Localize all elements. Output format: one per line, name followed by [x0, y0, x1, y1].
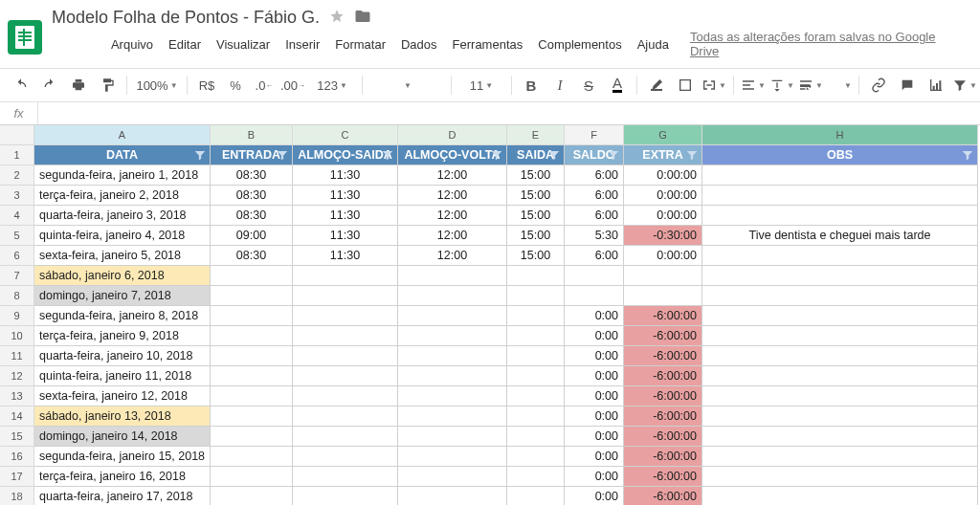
cell-obs[interactable]	[702, 427, 978, 447]
cell-data[interactable]: quarta-feira, janeiro 10, 2018	[34, 346, 211, 366]
doc-title[interactable]: Modelo Folha de Pontos - Fábio G.	[52, 8, 320, 28]
cell-saida[interactable]	[507, 467, 565, 487]
menu-addons[interactable]: Complementos	[532, 35, 627, 54]
filter-icon[interactable]	[685, 148, 699, 162]
cell-extra[interactable]: -6:00:00	[624, 346, 702, 366]
cell-obs[interactable]	[702, 406, 978, 427]
cell-extra[interactable]: 0:00:00	[624, 206, 702, 226]
cell-saldo[interactable]: 0:00	[565, 386, 624, 406]
cell-saldo[interactable]: 6:00	[565, 206, 624, 226]
cell-obs[interactable]	[702, 386, 978, 406]
cell-data[interactable]: quarta-feira, janeiro 3, 2018	[34, 206, 211, 226]
cell-data[interactable]: domingo, janeiro 14, 2018	[34, 427, 211, 447]
row-number[interactable]: 7	[0, 266, 34, 286]
textcolor-button[interactable]: A	[604, 72, 631, 99]
filter-icon[interactable]	[547, 148, 561, 162]
th-data[interactable]: DATA	[34, 145, 211, 165]
paintformat-icon[interactable]	[94, 72, 121, 99]
cell-saldo[interactable]: 6:00	[565, 165, 624, 186]
col-header-g[interactable]: G	[624, 125, 702, 145]
menu-data[interactable]: Dados	[395, 35, 443, 54]
cell-almoco-volta[interactable]: 12:00	[398, 226, 507, 246]
link-icon[interactable]	[865, 72, 892, 99]
col-header-h[interactable]: H	[702, 125, 978, 145]
cell-obs[interactable]	[702, 206, 978, 226]
cell-almoco-volta[interactable]	[398, 386, 507, 406]
cell-saida[interactable]	[507, 366, 565, 386]
cell-data[interactable]: sexta-feira, janeiro 5, 2018	[34, 246, 211, 266]
cell-obs[interactable]	[702, 467, 978, 487]
redo-icon[interactable]	[36, 72, 63, 99]
cell-obs[interactable]	[702, 366, 978, 386]
row-number[interactable]: 16	[0, 447, 34, 467]
cell-entrada[interactable]: 08:30	[211, 246, 293, 266]
comment-icon[interactable]	[894, 72, 921, 99]
cell-saldo[interactable]: 0:00	[565, 467, 624, 487]
cell-obs[interactable]	[702, 286, 978, 306]
cell-saida[interactable]	[507, 306, 565, 326]
cell-saida[interactable]: 15:00	[507, 226, 565, 246]
cell-almoco-saida[interactable]: 11:30	[293, 246, 398, 266]
cell-data[interactable]: domingo, janeiro 7, 2018	[34, 286, 211, 306]
bold-button[interactable]: B	[518, 72, 545, 99]
cell-extra[interactable]: -6:00:00	[624, 366, 702, 386]
cell-saida[interactable]	[507, 346, 565, 366]
undo-icon[interactable]	[8, 72, 34, 99]
cell-saida[interactable]	[507, 427, 565, 447]
col-header-a[interactable]: A	[34, 125, 211, 145]
cell-data[interactable]: terça-feira, janeiro 2, 2018	[34, 186, 211, 206]
decrease-decimal-button[interactable]: .0←	[251, 72, 278, 99]
row-number[interactable]: 18	[0, 487, 34, 505]
th-saldo[interactable]: SALDO	[565, 145, 624, 165]
cell-obs[interactable]	[702, 447, 978, 467]
cell-extra[interactable]: -6:00:00	[624, 386, 702, 406]
formula-input[interactable]	[38, 102, 980, 124]
cell-almoco-volta[interactable]: 12:00	[398, 165, 507, 186]
cell-almoco-saida[interactable]	[293, 447, 398, 467]
th-almoco-volta[interactable]: ALMOÇO-VOLTA	[398, 145, 507, 165]
cell-saldo[interactable]: 6:00	[565, 186, 624, 206]
cell-extra[interactable]: -6:00:00	[624, 467, 702, 487]
cell-saldo[interactable]	[565, 286, 624, 306]
row-number[interactable]: 10	[0, 326, 34, 346]
cell-entrada[interactable]: 08:30	[211, 206, 293, 226]
menu-format[interactable]: Formatar	[329, 35, 391, 54]
cell-almoco-volta[interactable]	[398, 346, 507, 366]
row-number[interactable]: 1	[0, 145, 34, 165]
cell-entrada[interactable]	[211, 326, 293, 346]
valign-icon[interactable]: ▼	[768, 72, 795, 99]
strike-button[interactable]: S	[575, 72, 602, 99]
cell-entrada[interactable]	[211, 386, 293, 406]
cell-almoco-saida[interactable]	[293, 346, 398, 366]
cell-saldo[interactable]: 0:00	[565, 487, 624, 505]
row-number[interactable]: 17	[0, 467, 34, 487]
row-number[interactable]: 12	[0, 366, 34, 386]
cell-saida[interactable]: 15:00	[507, 206, 565, 226]
print-icon[interactable]	[65, 72, 92, 99]
cell-obs[interactable]	[702, 326, 978, 346]
cell-almoco-saida[interactable]	[293, 406, 398, 427]
cell-entrada[interactable]	[211, 487, 293, 505]
cell-almoco-saida[interactable]	[293, 326, 398, 346]
cell-saida[interactable]	[507, 406, 565, 427]
cell-entrada[interactable]	[211, 366, 293, 386]
menu-view[interactable]: Visualizar	[211, 35, 276, 54]
menu-help[interactable]: Ajuda	[632, 35, 675, 54]
cell-data[interactable]: sexta-feira, janeiro 12, 2018	[34, 386, 211, 406]
col-header-d[interactable]: D	[398, 125, 507, 145]
cell-obs[interactable]	[702, 266, 978, 286]
cell-extra[interactable]: -6:00:00	[624, 306, 702, 326]
filter-icon[interactable]	[381, 148, 394, 162]
cell-saida[interactable]	[507, 266, 565, 286]
cell-extra[interactable]	[624, 286, 702, 306]
cell-saida[interactable]	[507, 286, 565, 306]
row-number[interactable]: 13	[0, 386, 34, 406]
th-obs[interactable]: OBS	[702, 145, 978, 165]
cell-almoco-saida[interactable]	[293, 386, 398, 406]
th-extra[interactable]: EXTRA	[624, 145, 702, 165]
cell-almoco-volta[interactable]	[398, 447, 507, 467]
menu-insert[interactable]: Inserir	[279, 35, 325, 54]
filter-icon[interactable]	[276, 148, 289, 162]
fontsize-select[interactable]: 11▼	[457, 72, 505, 99]
cell-saldo[interactable]: 0:00	[565, 447, 624, 467]
